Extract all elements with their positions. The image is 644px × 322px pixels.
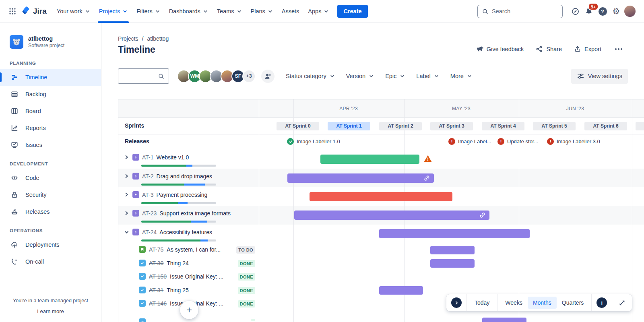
global-search-input[interactable] [492, 8, 558, 14]
epic-row[interactable]: AT-2 Drag and drop images [118, 169, 259, 187]
sprint-chip[interactable]: AT Sprint 2 [379, 122, 422, 130]
release-marker[interactable]: Image Labeller 1.0 [287, 138, 340, 145]
sprint-chip[interactable]: AT Sprint 3 [430, 122, 473, 130]
filter-version[interactable]: Version [341, 70, 380, 83]
release-warning-icon: ! [448, 138, 455, 145]
gantt-bar-at-3[interactable] [310, 192, 452, 201]
filter-more[interactable]: More [445, 70, 478, 83]
gantt-bar-at-23[interactable] [294, 211, 489, 220]
info-button[interactable]: i [597, 297, 607, 308]
nav-item-plans[interactable]: Plans [246, 5, 277, 18]
issues-icon [10, 141, 19, 149]
gantt-bar-at-31[interactable] [379, 286, 423, 295]
sprint-chip[interactable]: AT Sprint 5 [533, 122, 576, 130]
chevron-right-icon[interactable] [124, 154, 130, 160]
create-issue-fab[interactable]: + [180, 301, 198, 319]
breadcrumb-separator: / [142, 35, 144, 42]
discover-icon[interactable] [568, 4, 582, 18]
settings-gear-icon[interactable]: ⚙ [609, 4, 623, 18]
breadcrumb-site[interactable]: atlbettog [147, 35, 169, 42]
project-name: atlbettog [28, 35, 64, 42]
export-button[interactable]: Export [574, 45, 601, 53]
gantt-bar-at-75[interactable] [430, 246, 475, 254]
sprint-chip-active[interactable]: AT Sprint 1 [328, 122, 370, 130]
issue-row[interactable]: AT-150 Issue Original Key: ... DONE [118, 270, 259, 283]
sidebar-item-security[interactable]: Security [0, 186, 101, 203]
gantt-bar-at-24[interactable] [379, 229, 530, 238]
sidebar-item-label: Reports [25, 125, 46, 131]
filter-bar: Status category Version Epic Label More [280, 70, 478, 83]
sidebar-item-releases[interactable]: Releases [0, 203, 101, 220]
release-marker[interactable]: ! Image Labeller 3.0 [547, 138, 600, 145]
gantt-bar-partial[interactable] [482, 318, 526, 322]
more-options-button[interactable] [613, 47, 624, 52]
sidebar-item-board[interactable]: Board [0, 103, 101, 120]
create-button[interactable]: Create [337, 5, 367, 18]
fullscreen-icon[interactable] [615, 299, 630, 306]
avatar-overflow-count[interactable]: +3 [242, 70, 256, 83]
warning-triangle-icon[interactable] [423, 154, 432, 163]
user-avatar[interactable] [623, 4, 637, 18]
sidebar-item-deployments[interactable]: Deployments [0, 236, 101, 253]
share-button[interactable]: Share [536, 45, 562, 53]
sprint-chip[interactable]: AT Sprint 0 [277, 122, 319, 130]
chevron-right-icon[interactable] [124, 210, 130, 216]
give-feedback-button[interactable]: Give feedback [476, 45, 524, 53]
gantt-bar-at-30[interactable] [430, 259, 475, 268]
gantt-bar-at-1[interactable] [320, 155, 419, 164]
nav-item-assets[interactable]: Assets [277, 5, 304, 18]
sidebar-item-on-call[interactable]: On-call [0, 253, 101, 270]
chevron-down-icon[interactable] [124, 229, 130, 235]
sidebar-item-backlog[interactable]: Backlog [0, 86, 101, 103]
gantt-bar-at-2[interactable] [287, 173, 434, 183]
reports-icon [10, 124, 19, 132]
sidebar-item-timeline[interactable]: Timeline [0, 69, 101, 86]
release-marker[interactable]: ! Update stor... [497, 138, 538, 145]
sprint-chip-partial[interactable] [636, 122, 644, 130]
collapse-panel-button[interactable] [451, 297, 462, 308]
epic-row[interactable]: AT-3 Payment processing [118, 187, 259, 206]
epic-row[interactable]: AT-23 Support extra image formats [118, 206, 259, 224]
nav-item-apps[interactable]: Apps [303, 5, 333, 18]
months-button[interactable]: Months [528, 297, 557, 309]
jira-logo[interactable]: Jira [21, 6, 47, 16]
nav-item-teams[interactable]: Teams [213, 5, 246, 18]
lock-icon [10, 191, 19, 199]
sprint-chip[interactable]: AT Sprint 4 [482, 122, 524, 130]
jira-mark-icon [21, 6, 31, 16]
epic-row-expanded[interactable]: AT-24 Accessibility features [118, 225, 259, 243]
sidebar-item-issues[interactable]: Issues [0, 136, 101, 153]
filter-status-category[interactable]: Status category [280, 70, 341, 83]
view-settings-button[interactable]: View settings [571, 69, 628, 84]
sidebar-item-code[interactable]: Code [0, 169, 101, 186]
global-search[interactable] [477, 5, 563, 18]
release-marker[interactable]: ! Image Label... [448, 138, 491, 145]
breadcrumb-projects[interactable]: Projects [118, 35, 138, 42]
timeline-search-input[interactable] [122, 73, 158, 79]
issue-row[interactable]: AT-30 Thing 24 DONE [118, 257, 259, 270]
filter-epic[interactable]: Epic [380, 70, 411, 83]
project-header[interactable]: atlbettog Software project [0, 23, 101, 53]
epic-row[interactable]: AT-1 Website v1.0 [118, 150, 259, 168]
timeline-search[interactable] [118, 68, 169, 84]
chevron-right-icon[interactable] [124, 192, 130, 198]
learn-more-link[interactable]: Learn more [37, 308, 64, 314]
nav-item-dashboards[interactable]: Dashboards [165, 5, 213, 18]
quarters-button[interactable]: Quarters [557, 297, 589, 309]
issue-row[interactable]: AT-75 As system, I can for... TO DO [118, 243, 259, 256]
sidebar-item-reports[interactable]: Reports [0, 120, 101, 136]
app-switcher-icon[interactable] [6, 4, 19, 18]
nav-item-your-work[interactable]: Your work [52, 5, 95, 18]
filter-label[interactable]: Label [411, 70, 444, 83]
chevron-down-icon [369, 74, 374, 79]
nav-item-filters[interactable]: Filters [132, 5, 164, 18]
issue-row[interactable]: AT-31 Thing 25 DONE [118, 284, 259, 297]
chevron-right-icon[interactable] [124, 173, 130, 179]
notifications-icon[interactable]: 9+ [582, 4, 596, 18]
sprint-chip[interactable]: AT Sprint 6 [584, 122, 627, 130]
today-button[interactable]: Today [469, 297, 495, 309]
weeks-button[interactable]: Weeks [500, 297, 528, 309]
nav-item-projects[interactable]: Projects [95, 5, 132, 18]
timeline-toolbar: WM SF +3 Status category Version Epic La… [118, 68, 628, 84]
add-people-button[interactable] [261, 70, 275, 83]
